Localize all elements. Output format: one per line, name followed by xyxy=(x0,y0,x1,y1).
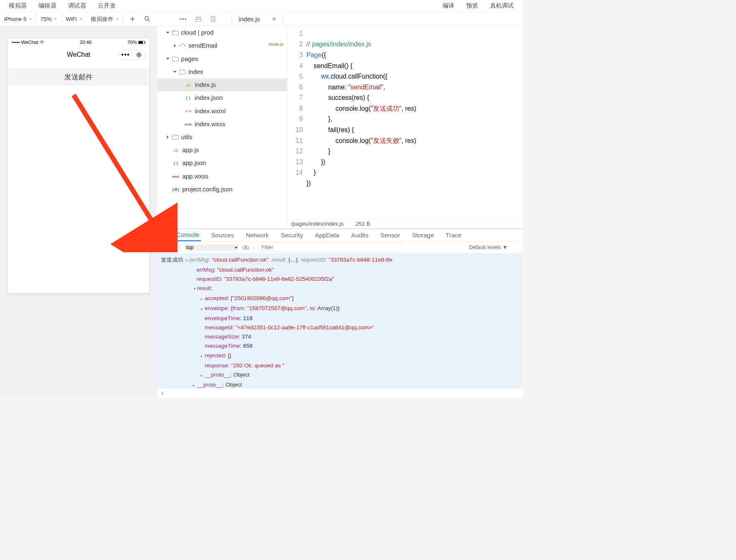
svg-rect-11 xyxy=(161,245,162,249)
menu-device-debug[interactable]: 真机调试 xyxy=(484,2,519,10)
folder-icon xyxy=(179,69,186,74)
tree-folder-pages[interactable]: pages xyxy=(157,52,287,65)
wxss-file-icon: wxss xyxy=(171,173,180,179)
chevron-down-icon xyxy=(29,18,32,20)
tree-label: cloud | prod xyxy=(181,29,214,36)
tree-label: sendEmail xyxy=(188,42,217,49)
json-file-icon: { } xyxy=(184,95,192,101)
console-log-prefix: 发送成功 xyxy=(161,257,184,263)
editor-tab-index-js[interactable]: index.js ✕ xyxy=(232,12,284,25)
devtools-tab-audits[interactable]: Audits xyxy=(349,229,370,241)
zoom-selector[interactable]: 75% xyxy=(36,12,61,25)
search-icon[interactable] xyxy=(144,15,151,22)
svg-rect-4 xyxy=(139,41,143,44)
close-tab-icon[interactable]: ✕ xyxy=(272,16,276,23)
line-gutter: 1234567891011121314 xyxy=(287,26,306,219)
file-path-label: /pages/index/index.js xyxy=(291,221,344,227)
live-expression-icon[interactable] xyxy=(243,245,249,249)
console-output[interactable]: 发送成功 ▼{errMsg: "cloud.callFunction:ok", … xyxy=(157,253,522,389)
tree-label: index.wxml xyxy=(195,107,226,115)
code-editor[interactable]: 1234567891011121314 // pages/index/index… xyxy=(287,26,522,219)
menu-preview[interactable]: 预览 xyxy=(460,2,484,10)
devtools-tab-storage[interactable]: Storage xyxy=(410,229,436,241)
mock-op-label: 模拟操作 xyxy=(91,15,113,23)
mock-op-selector[interactable]: 模拟操作 xyxy=(87,12,123,25)
folder-icon xyxy=(172,56,179,61)
tree-label: index.wxss xyxy=(195,120,225,127)
tree-folder-index[interactable]: index xyxy=(157,65,287,78)
phone-nav-title: WeChat xyxy=(67,51,90,59)
menu-debugger[interactable]: 调试器 xyxy=(62,2,92,10)
tree-label: index.js xyxy=(195,81,216,89)
capsule-menu-icon[interactable]: ••• xyxy=(119,51,132,59)
svg-rect-2 xyxy=(211,16,213,22)
capsule-button[interactable]: ••• xyxy=(119,50,146,60)
devtools-tab-appdata[interactable]: AppData xyxy=(313,229,341,241)
menu-cloud[interactable]: 云开发 xyxy=(92,2,122,10)
battery-percent: 70% xyxy=(128,40,137,45)
caret-down-icon xyxy=(166,57,170,61)
chevron-down-icon xyxy=(116,18,119,20)
tree-file-index-wxml[interactable]: < > index.wxml xyxy=(157,104,287,117)
add-tab-button[interactable] xyxy=(129,15,136,22)
tree-file-app-json[interactable]: { } app.json xyxy=(157,157,287,170)
svg-rect-5 xyxy=(145,42,145,43)
svg-rect-1 xyxy=(196,19,201,21)
capsule-close-icon[interactable] xyxy=(133,52,146,58)
devtools-tab-security[interactable]: Security xyxy=(279,229,305,241)
carrier-label: WeChat xyxy=(21,40,38,45)
devtools-tab-sensor[interactable]: Sensor xyxy=(378,229,402,241)
menu-compile[interactable]: 编译 xyxy=(437,2,460,10)
caret-right-icon xyxy=(173,43,177,48)
tree-folder-utils[interactable]: utils xyxy=(157,130,287,143)
cloud-folder-icon xyxy=(172,30,179,36)
wxml-file-icon: < > xyxy=(184,108,192,114)
devtools-tab-network[interactable]: Network xyxy=(244,229,271,241)
tree-label: app.json xyxy=(182,160,206,167)
js-file-icon: JS xyxy=(171,147,180,153)
devtools-tab-trace[interactable]: Trace xyxy=(444,229,463,241)
tree-file-project-config[interactable]: {⚙} project.config.json xyxy=(157,183,287,196)
phone-time: 20:46 xyxy=(80,40,92,45)
device-selector[interactable]: iPhone 5 xyxy=(0,12,36,25)
tree-file-index-json[interactable]: { } index.json xyxy=(157,92,287,104)
inspect-icon[interactable] xyxy=(160,232,166,238)
clear-console-icon[interactable] xyxy=(170,244,175,250)
svg-point-14 xyxy=(245,247,247,248)
file-explorer[interactable]: cloud | prod Node.js sendEmail pages xyxy=(157,26,287,228)
battery-icon xyxy=(138,41,146,44)
js-file-icon: JS xyxy=(184,82,192,88)
tree-label: app.wxss xyxy=(182,173,208,180)
menu-simulator[interactable]: 模拟器 xyxy=(3,2,33,10)
sidebar-toggle-icon[interactable] xyxy=(160,245,166,249)
tree-file-app-js[interactable]: JS app.js xyxy=(157,144,287,157)
signal-icon: ••••• xyxy=(12,40,20,45)
log-levels-selector[interactable]: Default levels ▼ xyxy=(469,244,519,250)
send-email-button[interactable]: 发送邮件 xyxy=(8,69,149,85)
zoom-label: 75% xyxy=(41,15,52,22)
split-horizontal-icon[interactable] xyxy=(195,15,202,22)
console-prompt[interactable]: › xyxy=(157,389,522,397)
context-selector[interactable]: top xyxy=(185,244,238,251)
editor-tab-label: index.js xyxy=(239,15,260,23)
tree-label: app.js xyxy=(182,147,199,154)
filter-input[interactable] xyxy=(259,243,401,252)
more-icon[interactable]: ••• xyxy=(180,15,187,22)
svg-point-0 xyxy=(145,16,149,20)
tree-file-index-js[interactable]: JS index.js xyxy=(157,78,287,91)
network-selector[interactable]: WiFi xyxy=(61,12,87,25)
menu-editor[interactable]: 编辑器 xyxy=(33,2,62,10)
split-vertical-icon[interactable] xyxy=(210,15,217,22)
tree-file-app-wxss[interactable]: wxss app.wxss xyxy=(157,170,287,183)
devtools-tab-sources[interactable]: Sources xyxy=(210,229,236,241)
caret-down-icon xyxy=(173,70,177,74)
tree-file-index-wxss[interactable]: wxss index.wxss xyxy=(157,117,287,130)
simulator-pane: ••••• WeChat 20:46 70% WeChat ••• xyxy=(0,26,157,397)
tree-folder-cloud[interactable]: cloud | prod xyxy=(157,26,287,39)
toolbar: iPhone 5 75% WiFi 模拟操作 ••• index.js xyxy=(0,12,523,26)
devtools-tab-console[interactable]: Console xyxy=(174,229,201,241)
svg-rect-8 xyxy=(173,31,179,35)
network-label: WiFi xyxy=(66,15,77,22)
tree-folder-sendemail[interactable]: sendEmail xyxy=(157,39,287,52)
code-content[interactable]: // pages/index/index.js Page({ sendEmail… xyxy=(307,26,523,219)
